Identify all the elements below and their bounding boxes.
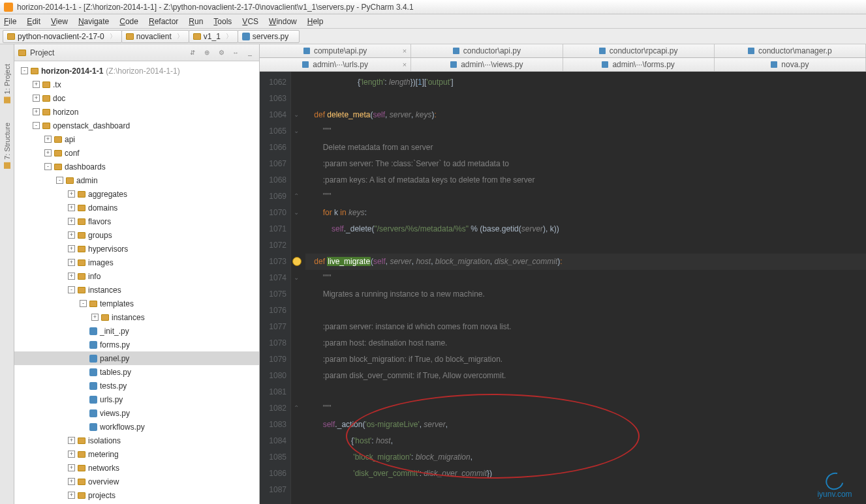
tree-projects[interactable]: +projects xyxy=(14,488,259,502)
tree-twisty-icon[interactable]: - xyxy=(33,122,40,129)
rail-project[interactable]: 1: Project xyxy=(3,64,11,103)
tree-views-py[interactable]: views.py xyxy=(14,406,259,420)
code-line-1079[interactable]: :param block_migration: if True, do bloc… xyxy=(305,351,866,368)
tree-workflows-py[interactable]: workflows.py xyxy=(14,420,259,434)
tree-domains[interactable]: +domains xyxy=(14,201,259,215)
code-line-1066[interactable]: Delete metadata from an server xyxy=(305,140,866,156)
code-line-1065[interactable]: """ xyxy=(305,123,866,140)
code-line-1069[interactable]: """ xyxy=(305,188,866,205)
tree-instances[interactable]: -instances xyxy=(14,283,259,297)
tree-admin[interactable]: -admin xyxy=(14,173,259,187)
tree--init--py[interactable]: _init_.py xyxy=(14,324,259,338)
code-line-1077[interactable]: :param server: instance id which comes f… xyxy=(305,319,866,335)
menu-run[interactable]: Run xyxy=(189,17,203,26)
hide-icon[interactable]: ⎯ xyxy=(245,48,255,57)
tree-twisty-icon[interactable]: + xyxy=(91,314,99,321)
tree-overview[interactable]: +overview xyxy=(14,475,259,488)
tree-twisty-icon[interactable]: - xyxy=(21,67,28,74)
tree-twisty-icon[interactable]: + xyxy=(68,204,75,211)
code-line-1078[interactable]: :param host: destination host name. xyxy=(305,335,866,351)
tree-dashboards[interactable]: -dashboards xyxy=(14,160,259,173)
code-line-1076[interactable] xyxy=(305,303,866,319)
tree-twisty-icon[interactable]: + xyxy=(68,273,75,280)
tree-conf[interactable]: +conf xyxy=(14,146,259,160)
menu-tools[interactable]: Tools xyxy=(213,17,232,26)
tree-forms-py[interactable]: forms.py xyxy=(14,338,259,351)
tree-horizon[interactable]: +horizon xyxy=(14,105,259,119)
code-line-1068[interactable]: :param keys: A list of metadata keys to … xyxy=(305,172,866,188)
code-line-1070[interactable]: for k in keys: xyxy=(305,205,866,221)
tree-hypervisors[interactable]: +hypervisors xyxy=(14,242,259,256)
menu-vcs[interactable]: VCS xyxy=(242,17,258,26)
tree-flavors[interactable]: +flavors xyxy=(14,215,259,228)
tree-doc[interactable]: +doc xyxy=(14,91,259,105)
code-editor[interactable]: 1062106310641065106610671068106910701071… xyxy=(260,72,866,504)
code-line-1083[interactable]: self._action('os-migrateLive', server, xyxy=(305,417,866,433)
code-line-1073[interactable]: def live_migrate(self, server, host, blo… xyxy=(305,254,866,270)
tab-compute-api-py[interactable]: compute\api.py× xyxy=(260,44,411,57)
tree-twisty-icon[interactable]: - xyxy=(68,286,75,293)
gear-icon[interactable]: ⚙ xyxy=(216,48,226,57)
tree-aggregates[interactable]: +aggregates xyxy=(14,187,259,201)
tab-conductor-rpcapi-py[interactable]: conductor\rpcapi.py xyxy=(563,44,715,57)
fold-mark-icon[interactable]: ⌄ xyxy=(292,274,300,282)
crumb-novaclient[interactable]: novaclient xyxy=(121,30,189,43)
code-line-1082[interactable]: """ xyxy=(305,400,866,417)
code-line-1075[interactable]: Migrates a running instance to a new mac… xyxy=(305,286,866,303)
tree-info[interactable]: +info xyxy=(14,269,259,283)
code-line-1080[interactable]: :param disk_over_commit: if True, Allow … xyxy=(305,368,866,384)
tree-twisty-icon[interactable]: + xyxy=(33,81,40,88)
fold-mark-icon[interactable]: ⌄ xyxy=(292,111,300,119)
collapse-icon[interactable]: ⇵ xyxy=(187,48,198,57)
tree-groups[interactable]: +groups xyxy=(14,228,259,242)
tree-urls-py[interactable]: urls.py xyxy=(14,393,259,406)
tree-twisty-icon[interactable]: + xyxy=(33,95,40,102)
intention-bulb-icon[interactable] xyxy=(292,257,302,266)
menu-file[interactable]: File xyxy=(4,17,16,26)
menu-refactor[interactable]: Refactor xyxy=(149,17,178,26)
tree-twisty-icon[interactable]: + xyxy=(68,190,75,198)
tree-twisty-icon[interactable]: + xyxy=(68,218,75,225)
tree-twisty-icon[interactable]: + xyxy=(68,437,75,444)
menu-window[interactable]: Window xyxy=(269,17,297,26)
tree-twisty-icon[interactable]: + xyxy=(68,451,75,458)
close-icon[interactable]: × xyxy=(403,61,407,68)
tree-twisty-icon[interactable]: - xyxy=(80,300,87,307)
tree-templates[interactable]: -templates xyxy=(14,297,259,310)
fold-mark-icon[interactable]: ⌄ xyxy=(292,127,300,135)
code-line-1071[interactable]: self._delete("/servers/%s/metadata/%s" %… xyxy=(305,221,866,237)
tree-twisty-icon[interactable]: + xyxy=(68,492,75,499)
code-line-1085[interactable]: 'block_migration': block_migration, xyxy=(305,449,866,466)
crumb-v1-1[interactable]: v1_1 xyxy=(189,30,238,43)
tree-twisty-icon[interactable]: + xyxy=(33,108,40,115)
tree--tx[interactable]: +.tx xyxy=(14,78,259,91)
tree-twisty-icon[interactable]: + xyxy=(68,245,75,252)
code-line-1087[interactable] xyxy=(305,482,866,498)
tree-twisty-icon[interactable]: + xyxy=(44,136,52,143)
code-line-1072[interactable] xyxy=(305,237,866,254)
tree-tables-py[interactable]: tables.py xyxy=(14,365,259,379)
code-content[interactable]: {'length': length})[1]['output'] def del… xyxy=(303,72,866,504)
tree-openstack-dashboard[interactable]: -openstack_dashboard xyxy=(14,119,259,132)
code-line-1074[interactable]: """ xyxy=(305,270,866,286)
tree-twisty-icon[interactable]: + xyxy=(68,259,75,266)
tree-twisty-icon[interactable]: + xyxy=(68,478,75,485)
project-tree[interactable]: -horizon-2014-1-1 (Z:\horizon-2014-1-1)+… xyxy=(14,61,259,504)
crumb-servers-py[interactable]: servers.py xyxy=(238,30,300,43)
tree-tests-py[interactable]: tests.py xyxy=(14,379,259,393)
chevron-icon[interactable]: ↔ xyxy=(230,48,241,57)
target-icon[interactable]: ⊕ xyxy=(202,48,212,57)
tab-admin-----urls-py[interactable]: admin\···\urls.py× xyxy=(260,58,411,71)
tab-admin-----views-py[interactable]: admin\···\views.py xyxy=(411,58,563,71)
code-line-1086[interactable]: 'disk_over_commit': disk_over_commit}) xyxy=(305,466,866,482)
fold-mark-icon[interactable]: ⌄ xyxy=(292,209,300,216)
tree-twisty-icon[interactable]: - xyxy=(44,163,52,170)
menu-code[interactable]: Code xyxy=(119,17,138,26)
close-icon[interactable]: × xyxy=(403,47,407,55)
menu-help[interactable]: Help xyxy=(307,17,324,26)
fold-mark-icon[interactable]: ⌃ xyxy=(292,404,300,412)
tree-api[interactable]: +api xyxy=(14,132,259,146)
code-line-1064[interactable]: def delete_meta(self, server, keys): xyxy=(305,107,866,123)
code-line-1067[interactable]: :param server: The :class:`Server` to ad… xyxy=(305,156,866,172)
code-line-1062[interactable]: {'length': length})[1]['output'] xyxy=(305,74,866,91)
